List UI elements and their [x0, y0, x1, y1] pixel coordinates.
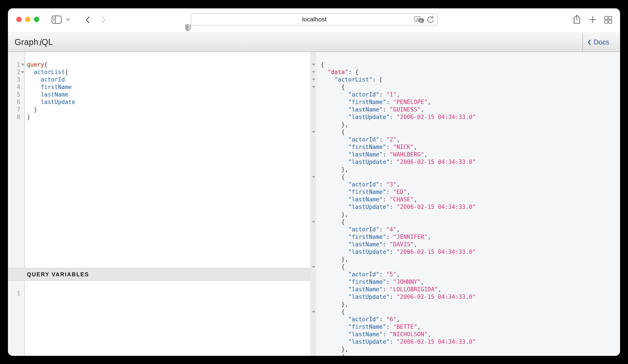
- query-line[interactable]: 5 lastName: [8, 91, 310, 98]
- code-text: actorId: [27, 76, 65, 83]
- fold-arrow-icon[interactable]: [312, 79, 315, 81]
- variables-editor[interactable]: 1: [8, 281, 310, 356]
- query-line[interactable]: 3 actorId: [8, 76, 310, 83]
- fold-arrow-icon[interactable]: [21, 71, 24, 73]
- zoom-window-button[interactable]: [34, 17, 39, 22]
- forward-icon[interactable]: [101, 16, 106, 23]
- result-line: "actorId": "6",: [311, 315, 620, 323]
- fold-arrow-icon[interactable]: [312, 266, 315, 268]
- fold-arrow-icon[interactable]: [312, 71, 315, 73]
- variables-line[interactable]: 1: [8, 290, 310, 297]
- code-text: lastName: [27, 91, 68, 98]
- result-line: "lastUpdate": "2006-02-15 04:34:33.0": [311, 158, 620, 166]
- back-icon[interactable]: [85, 16, 90, 23]
- query-variables-title: QUERY VARIABLES: [27, 271, 89, 278]
- result-line: "firstName": "ED",: [311, 188, 620, 196]
- result-line: },: [311, 346, 620, 353]
- reload-icon[interactable]: [426, 16, 434, 24]
- line-number: 3: [8, 76, 20, 83]
- query-line[interactable]: 6 lastUpdate: [8, 98, 310, 106]
- result-line: "actorId": "1",: [311, 91, 620, 98]
- line-number: 1: [8, 290, 20, 297]
- minimize-window-button[interactable]: [25, 17, 30, 22]
- code-text: firstName: [27, 83, 72, 91]
- result-line: {: [311, 353, 620, 356]
- result-line: "lastName": "LOLLOBRIGIDA",: [311, 286, 620, 293]
- svg-text:x: x: [420, 19, 422, 22]
- query-variables-header[interactable]: QUERY VARIABLES: [8, 268, 310, 281]
- result-line: {: [311, 83, 620, 91]
- result-line: {: [311, 61, 620, 68]
- result-line: {: [311, 128, 620, 136]
- result-line: },: [311, 300, 620, 308]
- share-icon[interactable]: [573, 14, 581, 24]
- address-url: localhost: [302, 16, 326, 23]
- chevron-down-icon[interactable]: [66, 18, 70, 21]
- logo-italic-i: i: [38, 37, 42, 47]
- query-pane: 1query{2 actorList{3 actorId4 firstName5…: [8, 52, 310, 356]
- close-window-button[interactable]: [16, 17, 22, 22]
- result-line: "data": {: [311, 68, 620, 76]
- result-json: { "data": { "actorList": [ { "actorId": …: [311, 61, 620, 356]
- logo-text-end: QL: [42, 37, 53, 47]
- translate-icon[interactable]: A x: [414, 15, 425, 24]
- result-line: "actorId": "3",: [311, 181, 620, 188]
- code-text: actorList{: [27, 68, 68, 76]
- logo-text: Graph: [14, 37, 38, 47]
- query-editor[interactable]: 1query{2 actorList{3 actorId4 firstName5…: [8, 52, 310, 268]
- toolbar-divider: [64, 17, 64, 22]
- fold-arrow-icon[interactable]: [312, 221, 315, 223]
- result-line: },: [311, 121, 620, 128]
- docs-divider: [582, 33, 583, 52]
- result-line: "lastName": "WAHLBERG",: [311, 151, 620, 158]
- fold-arrow-icon[interactable]: [21, 64, 24, 66]
- result-line: "actorId": "2",: [311, 136, 620, 143]
- address-bar[interactable]: localhost A x: [191, 13, 438, 26]
- query-code: 1query{2 actorList{3 actorId4 firstName5…: [8, 61, 310, 121]
- result-line: "lastName": "CHASE",: [311, 196, 620, 203]
- code-text: lastUpdate: [27, 98, 75, 106]
- result-line: "firstName": "NICK",: [311, 143, 620, 151]
- result-line: },: [311, 256, 620, 263]
- line-number: 5: [8, 91, 20, 98]
- result-line: },: [311, 211, 620, 218]
- result-line: "actorList": [: [311, 76, 620, 83]
- result-line: "firstName": "PENELOPE",: [311, 98, 620, 106]
- line-number: 8: [8, 113, 20, 121]
- docs-label: Docs: [594, 38, 609, 46]
- query-line[interactable]: 1query{: [8, 61, 310, 68]
- fold-arrow-icon[interactable]: [312, 131, 315, 133]
- fold-arrow-icon[interactable]: [312, 311, 315, 313]
- result-line: {: [311, 308, 620, 315]
- line-number: 7: [8, 106, 20, 113]
- query-line[interactable]: 2 actorList{: [8, 68, 310, 76]
- query-line[interactable]: 4 firstName: [8, 83, 310, 91]
- browser-titlebar: localhost A x: [8, 8, 620, 33]
- fold-arrow-icon[interactable]: [312, 64, 315, 66]
- sidebar-toggle-icon[interactable]: [52, 15, 62, 24]
- browser-window: localhost A x: [8, 8, 620, 356]
- tab-overview-icon[interactable]: [604, 16, 612, 24]
- result-line: "lastUpdate": "2006-02-15 04:34:33.0": [311, 203, 620, 211]
- result-line: "firstName": "JENNIFER",: [311, 233, 620, 241]
- result-line: "lastName": "DAVIS",: [311, 241, 620, 248]
- result-line: "lastUpdate": "2006-02-15 04:34:33.0": [311, 293, 620, 300]
- result-line: "lastUpdate": "2006-02-15 04:34:33.0": [311, 248, 620, 256]
- result-line: {: [311, 173, 620, 181]
- query-line[interactable]: 8}: [8, 113, 310, 121]
- line-number: 2: [8, 68, 20, 76]
- chevron-left-icon: [587, 39, 591, 45]
- privacy-shield-icon[interactable]: [185, 23, 192, 32]
- line-number: 1: [8, 61, 20, 68]
- fold-arrow-icon[interactable]: [312, 86, 315, 88]
- result-line: "actorId": "4",: [311, 226, 620, 233]
- new-tab-icon[interactable]: [589, 16, 597, 23]
- result-line: "lastName": "NICHOLSON",: [311, 331, 620, 338]
- docs-link[interactable]: Docs: [587, 33, 609, 52]
- query-line[interactable]: 7 }: [8, 106, 310, 113]
- line-number: 6: [8, 98, 20, 106]
- graphiql-logo: GraphiQL: [14, 33, 53, 52]
- fold-arrow-icon[interactable]: [312, 176, 315, 178]
- result-line: "actorId": "5",: [311, 271, 620, 278]
- result-line: {: [311, 218, 620, 226]
